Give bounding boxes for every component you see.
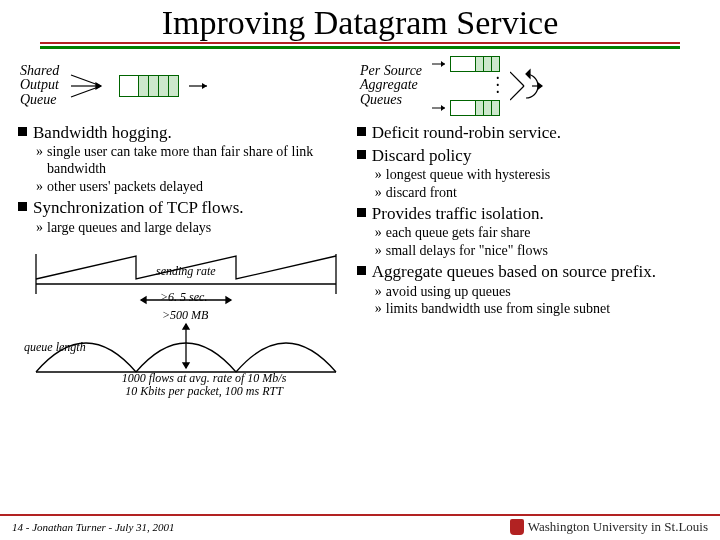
shared-queue-label: Shared Output Queue (20, 64, 59, 108)
footer: 14 - Jonathan Turner - July 31, 2001 Was… (0, 514, 720, 536)
sending-rate-label: sending rate (156, 264, 216, 279)
left-column: Bandwidth hogging. »single user can take… (18, 120, 347, 385)
svg-line-11 (510, 86, 524, 100)
sub-bullet: avoid using up queues (386, 283, 511, 301)
sub-bullet: single user can take more than fair shar… (47, 143, 347, 178)
bullet-icon (357, 266, 366, 275)
queue-length-label: queue length (24, 340, 86, 355)
svg-marker-14 (538, 83, 542, 89)
right-column: Deficit round-robin service. Discard pol… (357, 120, 702, 385)
sub-bullet: discard front (386, 184, 457, 202)
shared-queue-diagram: Shared Output Queue (20, 64, 360, 108)
vertical-dots-icon: ··· (496, 75, 501, 97)
bullet-text: Bandwidth hogging. (33, 122, 172, 143)
bullet-icon (18, 202, 27, 211)
bullet-icon (18, 127, 27, 136)
arrow-out-icon (189, 76, 213, 96)
tcp-sync-chart: sending rate >6. 5 sec. >500 MB queue le… (26, 244, 346, 384)
sub-bullet: small delays for "nice" flows (386, 242, 548, 260)
diagram-row: Shared Output Queue Per Source Aggregate… (0, 54, 720, 120)
svg-marker-3 (96, 83, 101, 89)
buffer-label: >500 MB (162, 308, 208, 323)
per-source-label: Per Source Aggregate Queues (360, 64, 422, 108)
footer-logo: Washington University in St.Louis (510, 519, 708, 535)
queue-icon (119, 75, 179, 97)
round-robin-icon (510, 64, 544, 108)
queue-icon (450, 100, 500, 116)
svg-marker-5 (202, 83, 207, 89)
sub-bullet: other users' packets delayed (47, 178, 203, 196)
shield-icon (510, 519, 524, 535)
slide-title: Improving Datagram Service (0, 0, 720, 42)
footer-right: Washington University in St.Louis (528, 519, 708, 535)
arrow-in-icon (432, 57, 450, 71)
arrow-in-icon (432, 101, 450, 115)
svg-marker-20 (226, 297, 231, 303)
title-underline (40, 42, 680, 48)
svg-marker-19 (141, 297, 146, 303)
svg-marker-23 (183, 324, 189, 329)
svg-marker-7 (441, 61, 445, 67)
queue-icon (450, 56, 500, 72)
chart-caption: 10 Kbits per packet, 100 ms RTT (104, 385, 304, 398)
footer-left: 14 - Jonathan Turner - July 31, 2001 (12, 521, 175, 533)
sub-bullet: limits bandwidth use from single subnet (386, 300, 610, 318)
svg-marker-12 (526, 70, 530, 78)
bullet-text: Aggregate queues based on source prefix. (372, 261, 656, 282)
svg-marker-24 (183, 363, 189, 368)
interval-label: >6. 5 sec. (160, 290, 207, 305)
bullet-text: Discard policy (372, 145, 472, 166)
sub-bullet: each queue gets fair share (386, 224, 531, 242)
sub-bullet: longest queue with hysteresis (386, 166, 550, 184)
bullet-text: Synchronization of TCP flows. (33, 197, 244, 218)
sub-bullet: large queues and large delays (47, 219, 211, 237)
bullet-icon (357, 150, 366, 159)
bullet-text: Deficit round-robin service. (372, 122, 561, 143)
bullet-icon (357, 208, 366, 217)
bullet-icon (357, 127, 366, 136)
per-source-diagram: Per Source Aggregate Queues ··· (360, 56, 700, 116)
svg-marker-9 (441, 105, 445, 111)
fan-in-icon (69, 71, 109, 101)
bullet-text: Provides traffic isolation. (372, 203, 544, 224)
svg-line-10 (510, 72, 524, 86)
